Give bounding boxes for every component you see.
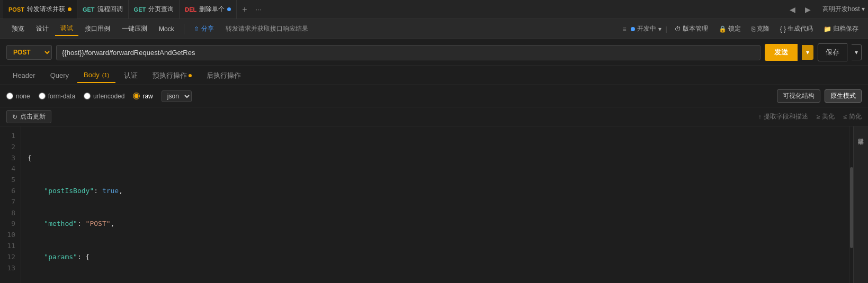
refresh-label: 点击更新 xyxy=(20,112,46,121)
tab-get-page[interactable]: GET 分页查询 xyxy=(129,0,180,19)
tab-dot-blue xyxy=(227,7,231,11)
lock-label: 锁定 xyxy=(728,24,741,33)
design-button[interactable]: 设计 xyxy=(31,22,54,35)
body-badge: (1) xyxy=(101,72,110,78)
simplify-button[interactable]: ≤ 简化 xyxy=(843,112,862,121)
code-line-2: "postIsBody": true, xyxy=(28,186,843,197)
line-num-13: 13 xyxy=(5,263,15,274)
clone-button[interactable]: ⎘ 克隆 xyxy=(748,23,773,34)
scrollbar-track[interactable] xyxy=(849,126,853,283)
tab-get-flow[interactable]: GET 流程回调 xyxy=(77,0,129,19)
code-line-1: { xyxy=(28,153,843,164)
tab-method-del: DEL xyxy=(185,6,196,13)
api-example-button[interactable]: 接口用例 xyxy=(79,22,115,35)
env-selector[interactable]: 开发中 ▾ xyxy=(631,24,661,33)
tab-pre-exec[interactable]: 预执行操作 xyxy=(146,68,198,84)
code-icon: { } xyxy=(780,25,786,33)
toolbar-desc: 转发请求并获取接口响应结果 xyxy=(220,24,314,33)
debug-button[interactable]: 调试 xyxy=(55,22,78,36)
url-input[interactable] xyxy=(56,45,760,60)
radio-none[interactable]: none xyxy=(6,93,30,100)
send-button[interactable]: 发送 xyxy=(765,44,798,61)
line-num-2: 2 xyxy=(5,142,15,153)
save-dropdown-button[interactable]: ▾ xyxy=(852,44,862,60)
version-button[interactable]: ⏱ 版本管理 xyxy=(672,23,711,34)
lock-button[interactable]: 🔒 锁定 xyxy=(715,23,744,34)
stress-test-button[interactable]: 一键压测 xyxy=(117,22,153,35)
code-content[interactable]: { "postIsBody": true, "method": "POST", … xyxy=(21,126,849,283)
radio-urlencoded[interactable]: urlencoded xyxy=(84,93,124,100)
extract-button[interactable]: ↑ 提取字段和描述 xyxy=(758,112,808,121)
archive-button[interactable]: 📁 归档保存 xyxy=(820,23,862,34)
tab-post-exec[interactable]: 后执行操作 xyxy=(200,68,247,84)
line-num-7: 7 xyxy=(5,197,15,208)
code-line-4: "params": { xyxy=(28,252,843,263)
beautify-button[interactable]: ≥ 美化 xyxy=(817,112,835,121)
version-label: 版本管理 xyxy=(683,24,708,33)
tab-label-del: 删除单个 xyxy=(199,5,225,14)
tab-header[interactable]: Header xyxy=(6,68,42,83)
archive-icon: 📁 xyxy=(824,25,831,33)
save-button[interactable]: 保存 xyxy=(818,43,847,61)
nav-right-button[interactable]: ▶ xyxy=(803,5,813,14)
preview-button[interactable]: 预览 xyxy=(6,22,30,35)
generate-code-button[interactable]: { } 生成代码 xyxy=(777,23,816,34)
line-num-11: 11 xyxy=(5,241,15,252)
sub-tabs: Header Query Body (1) 认证 预执行操作 后执行操作 xyxy=(0,66,868,85)
method-select[interactable]: POST GET PUT DELETE xyxy=(6,45,52,60)
action-bar: ↻ 点击更新 ↑ 提取字段和描述 ≥ 美化 ≤ 简化 xyxy=(0,107,868,126)
body-right: 可视化结构 原生模式 xyxy=(777,89,862,103)
tab-method-post: POST xyxy=(8,6,24,13)
nav-left-button[interactable]: ◀ xyxy=(788,5,798,14)
raw-mode-button[interactable]: 原生模式 xyxy=(825,89,862,103)
scrollbar-thumb[interactable] xyxy=(850,167,853,248)
env-label: 开发中 xyxy=(637,24,656,33)
line-numbers: 1 2 3 4 5 6 7 8 9 10 11 12 13 xyxy=(0,126,21,283)
share-label: 分享 xyxy=(201,24,214,33)
radio-formdata-input[interactable] xyxy=(39,93,46,99)
more-tabs-button[interactable]: ··· xyxy=(253,5,265,13)
pre-exec-dot xyxy=(189,74,192,77)
radio-raw[interactable]: raw xyxy=(133,93,153,100)
clone-icon: ⎘ xyxy=(751,25,755,33)
tab-post-forward[interactable]: POST 转发请求并获 xyxy=(3,0,77,19)
simplify-icon: ≤ xyxy=(843,113,847,121)
generate-code-label: 生成代码 xyxy=(788,24,813,33)
tab-label-page: 分页查询 xyxy=(148,5,174,14)
tab-del-single[interactable]: DEL 删除单个 xyxy=(180,0,237,19)
toolbar-right: ≡ 开发中 ▾ | ⏱ 版本管理 🔒 锁定 ⎘ 克隆 { } 生成代码 📁 归档… xyxy=(623,23,862,34)
toolbar: 预览 设计 调试 接口用例 一键压测 Mock ⇧ 分享 转发请求并获取接口响应… xyxy=(0,19,868,39)
tab-query[interactable]: Query xyxy=(44,68,75,83)
host-selector[interactable]: 高明开发host ▾ xyxy=(822,5,865,14)
radio-urlencoded-input[interactable] xyxy=(84,93,91,99)
action-bar-right: ↑ 提取字段和描述 ≥ 美化 ≤ 简化 xyxy=(758,112,862,121)
share-icon: ⇧ xyxy=(194,25,199,33)
tab-auth[interactable]: 认证 xyxy=(118,68,144,84)
line-num-5: 5 xyxy=(5,175,15,186)
code-editor-container: 1 2 3 4 5 6 7 8 9 10 11 12 13 { "postIsB… xyxy=(0,126,868,283)
simplify-label: 简化 xyxy=(849,112,862,121)
settings-icon[interactable]: ≡ xyxy=(623,25,627,33)
line-num-1: 1 xyxy=(5,131,15,142)
format-select[interactable]: json text xml html xyxy=(162,90,192,102)
visualize-button[interactable]: 可视化结构 xyxy=(777,89,820,103)
extract-icon: ↑ xyxy=(758,113,762,121)
share-button[interactable]: ⇧ 分享 xyxy=(189,22,219,35)
radio-none-input[interactable] xyxy=(6,93,13,99)
clone-label: 克隆 xyxy=(757,24,769,33)
line-num-4: 4 xyxy=(5,163,15,175)
code-line-3: "method": "POST", xyxy=(28,218,843,230)
send-dropdown-button[interactable]: ▾ xyxy=(802,45,813,60)
refresh-button[interactable]: ↻ 点击更新 xyxy=(6,110,51,123)
tab-label-forward: 转发请求并获 xyxy=(27,5,65,14)
radio-raw-input[interactable] xyxy=(133,93,140,99)
radio-formdata[interactable]: form-data xyxy=(39,93,75,100)
add-tab-button[interactable]: + xyxy=(237,5,252,14)
mock-button[interactable]: Mock xyxy=(154,23,180,35)
main-content: none form-data urlencoded raw json text … xyxy=(0,85,868,283)
right-panel-field-label[interactable]: 字段描述 xyxy=(857,131,865,137)
tab-body[interactable]: Body (1) xyxy=(77,68,115,83)
line-num-12: 12 xyxy=(5,252,15,263)
body-options: none form-data urlencoded raw json text … xyxy=(0,85,868,107)
lock-icon: 🔒 xyxy=(719,25,727,33)
